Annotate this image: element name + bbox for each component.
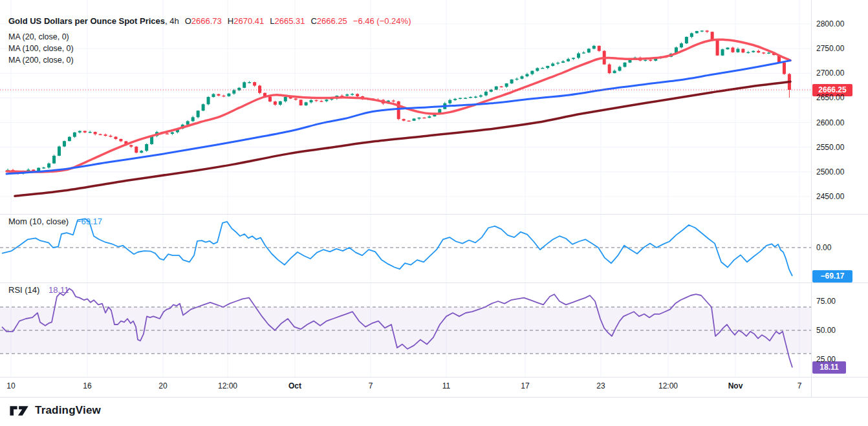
time-tick-label: 12:00 [218, 381, 237, 390]
chart-canvas[interactable] [0, 0, 868, 426]
ma20-legend[interactable]: MA (20, close, 0) [8, 32, 69, 42]
high-value: 2670.41 [233, 16, 264, 26]
close-label: C [310, 16, 316, 26]
time-tick-label: 7 [797, 381, 802, 390]
rsi-value-badge: 18.11 [812, 361, 846, 374]
open-value: 2666.73 [191, 16, 222, 26]
rsi-value: 18.11 [49, 285, 69, 295]
ma200-legend[interactable]: MA (200, close, 0) [8, 55, 74, 65]
tradingview-logo[interactable]: TradingView [8, 403, 101, 418]
momentum-pane [0, 219, 811, 277]
time-tick-label: 16 [83, 381, 91, 390]
change-value: −6.46 (−0.24%) [353, 16, 411, 26]
time-tick-label: 20 [158, 381, 167, 390]
rsi-legend[interactable]: RSI (14) 18.11 [8, 285, 69, 295]
ma200-line [15, 81, 790, 196]
momentum-value-badge: −69.17 [812, 270, 852, 282]
last-price-badge: 2666.25 [812, 84, 852, 96]
momentum-legend[interactable]: Mom (10, close) −69.17 [8, 217, 102, 227]
momentum-value: −69.17 [76, 217, 102, 226]
time-tick-label: 11 [442, 381, 450, 390]
ma20-line [6, 39, 790, 172]
time-tick-label: 17 [521, 381, 529, 390]
time-tick-label: 12:00 [658, 381, 678, 390]
tradingview-logo-text: TradingView [35, 404, 101, 417]
open-label: O [185, 16, 191, 26]
symbol-legend[interactable]: Gold US Dollars per Ounce Spot Prices, 4… [8, 16, 411, 27]
time-tick-label: Oct [288, 381, 301, 390]
ma100-legend[interactable]: MA (100, close, 0) [8, 43, 74, 54]
symbol-timeframe: , 4h [165, 16, 179, 26]
trading-chart-widget: Gold US Dollars per Ounce Spot Prices, 4… [0, 0, 868, 426]
time-tick-label: 10 [6, 381, 15, 390]
time-tick-label: 23 [596, 381, 605, 390]
symbol-title: Gold US Dollars per Ounce Spot Prices [8, 16, 165, 26]
time-tick-label: Nov [728, 381, 743, 390]
momentum-label: Mom (10, close) [8, 217, 69, 226]
time-axis[interactable]: 10162012:00Oct711172312:00Nov7 [0, 377, 811, 397]
high-label: H [228, 16, 233, 26]
low-value: 2665.31 [274, 16, 305, 26]
candlestick-series [6, 30, 791, 175]
rsi-label: RSI (14) [8, 285, 39, 295]
tradingview-logo-icon [8, 403, 30, 418]
time-tick-label: 7 [369, 381, 373, 390]
rsi-pane [0, 288, 811, 367]
close-value: 2666.25 [317, 16, 347, 26]
